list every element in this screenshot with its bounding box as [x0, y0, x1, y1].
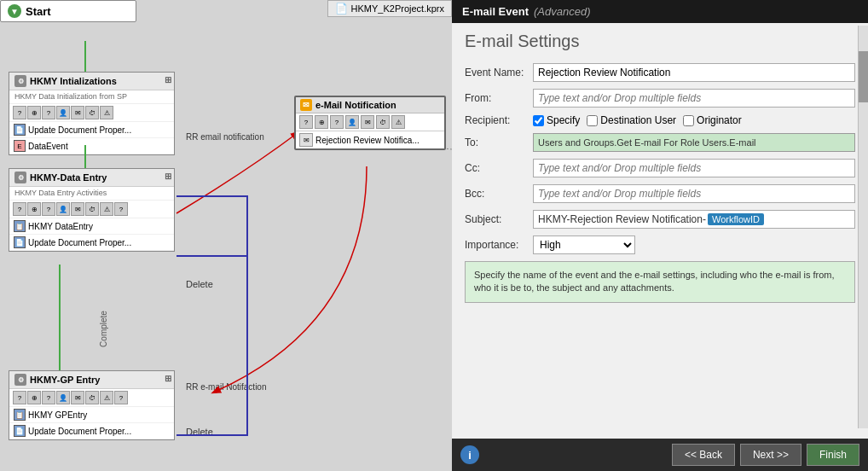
- right-panel-header: E-mail Event (Advanced): [452, 0, 868, 23]
- dtb5[interactable]: ✉: [71, 202, 84, 216]
- specify-checkbox-label[interactable]: Specify: [533, 114, 580, 126]
- delete-label-1: Delete: [186, 279, 213, 289]
- tb4[interactable]: 👤: [56, 106, 70, 119]
- dtb6[interactable]: ⏱: [85, 202, 99, 216]
- bcc-row: Bcc:: [465, 184, 855, 203]
- importance-label: Importance:: [465, 239, 533, 251]
- originator-checkbox[interactable]: [683, 115, 694, 126]
- bcc-label: Bcc:: [465, 188, 533, 200]
- action-hkmy-dataentry[interactable]: 📋 HKMY DataEntry: [9, 218, 174, 235]
- expand-icon: ⊞: [165, 75, 171, 84]
- gp-icon: 📋: [14, 409, 26, 421]
- etb2[interactable]: ⊕: [315, 115, 328, 129]
- tb2[interactable]: ⊕: [27, 106, 41, 119]
- etb5[interactable]: ✉: [361, 115, 374, 129]
- dtb4[interactable]: 👤: [56, 202, 70, 216]
- action-hkmy-gpentry[interactable]: 📋 HKMY GPEntry: [9, 407, 174, 423]
- event-name-label: Event Name:: [465, 67, 533, 78]
- gtb1[interactable]: ?: [13, 391, 26, 404]
- importance-container: High Normal Low: [533, 236, 635, 254]
- right-panel: E-mail Event (Advanced) E-mail Settings …: [452, 0, 868, 471]
- tb6[interactable]: ⏱: [85, 106, 99, 119]
- node-hkmy-init[interactable]: ⚙ HKMY Intializations ⊞ HKMY Data Initia…: [9, 72, 175, 155]
- email-icon: ✉: [300, 99, 312, 111]
- dtb7[interactable]: ⚠: [100, 202, 113, 216]
- popup-rejection-item[interactable]: ✉ Rejection Review Notifica...: [296, 131, 444, 148]
- email-notification-popup[interactable]: ✉ e-Mail Notification ? ⊕ ? 👤 ✉ ⏱ ⚠ ✉ Re…: [294, 96, 446, 150]
- info-box: Specify the name of the event and the e-…: [465, 261, 855, 303]
- etb3[interactable]: ?: [330, 115, 344, 129]
- event-name-input[interactable]: [533, 63, 855, 82]
- gear-icon-2: ⚙: [14, 172, 26, 183]
- node-hkmy-data-title: ⚙ HKMY-Data Entry ⊞: [9, 169, 174, 187]
- settings-title: E-mail Settings: [465, 32, 855, 51]
- recipient-row: Recipient: Specify Destination User Orig…: [465, 114, 855, 126]
- gear-icon: ⚙: [14, 75, 26, 87]
- bottom-nav: i << Back Next >> Finish: [452, 439, 868, 471]
- recipient-label: Recipient:: [465, 114, 533, 126]
- etb6[interactable]: ⏱: [376, 115, 390, 129]
- action-data-event[interactable]: E DataEvent: [9, 138, 174, 154]
- node-hkmy-data-subtitle: HKMY Data Entry Activities: [9, 187, 174, 201]
- gtb8[interactable]: ?: [114, 391, 128, 404]
- popup-header: ✉ e-Mail Notification: [296, 97, 444, 113]
- finish-button[interactable]: Finish: [807, 444, 859, 466]
- to-value[interactable]: Users and Groups.Get E-mail For Role Use…: [533, 133, 855, 152]
- tb5[interactable]: ✉: [71, 106, 84, 119]
- tb3[interactable]: ?: [42, 106, 55, 119]
- specify-checkbox[interactable]: [533, 115, 544, 126]
- originator-label[interactable]: Originator: [683, 114, 742, 126]
- from-row: From:: [465, 89, 855, 108]
- scroll-thumb[interactable]: [859, 51, 868, 102]
- etb1[interactable]: ?: [299, 115, 313, 129]
- dtb2[interactable]: ⊕: [27, 202, 41, 216]
- expand-icon-2: ⊞: [165, 172, 171, 181]
- node-hkmy-gp[interactable]: ⚙ HKMY-GP Entry ⊞ ? ⊕ ? 👤 ✉ ⏱ ⚠ ? 📋 HKMY…: [9, 370, 175, 440]
- start-label: Start: [26, 5, 51, 18]
- action-update-doc-prop-gp[interactable]: 📄 Update Document Proper...: [9, 423, 174, 439]
- destination-user-checkbox[interactable]: [587, 115, 598, 126]
- gtb3[interactable]: ?: [42, 391, 55, 404]
- destination-user-text: Destination User: [600, 114, 676, 126]
- start-node: ▼ Start: [0, 0, 136, 22]
- gtb6[interactable]: ⏱: [85, 391, 99, 404]
- doc-icon-2: 📄: [14, 236, 26, 248]
- importance-select[interactable]: High Normal Low: [533, 236, 635, 254]
- node-hkmy-data-toolbar: ? ⊕ ? 👤 ✉ ⏱ ⚠ ?: [9, 201, 174, 218]
- from-input[interactable]: [533, 89, 855, 108]
- to-label: To:: [465, 137, 533, 148]
- dtb1[interactable]: ?: [13, 202, 26, 216]
- rr-email-notification-label: RR email notification: [186, 132, 264, 142]
- etb7[interactable]: ⚠: [391, 115, 405, 129]
- destination-user-label[interactable]: Destination User: [587, 114, 676, 126]
- expand-icon-3: ⊞: [165, 374, 171, 383]
- gtb5[interactable]: ✉: [71, 391, 84, 404]
- action-update-doc-prop-init[interactable]: 📄 Update Document Proper...: [9, 122, 174, 138]
- node-hkmy-data[interactable]: ⚙ HKMY-Data Entry ⊞ HKMY Data Entry Acti…: [9, 168, 175, 252]
- node-hkmy-gp-title: ⚙ HKMY-GP Entry ⊞: [9, 371, 174, 389]
- dtb8[interactable]: ?: [114, 202, 128, 216]
- back-button[interactable]: << Back: [672, 444, 735, 466]
- node-hkmy-init-toolbar: ? ⊕ ? 👤 ✉ ⏱ ⚠: [9, 104, 174, 122]
- action-update-doc-prop-data[interactable]: 📄 Update Document Proper...: [9, 235, 174, 251]
- cc-input[interactable]: [533, 159, 855, 177]
- gtb2[interactable]: ⊕: [27, 391, 41, 404]
- subject-prefix: HKMY-Rejection Review Notification-: [538, 213, 706, 225]
- workflow-canvas: 📄 HKMY_K2Project.kprx ▼ Start ⚙ HKMY Int…: [0, 0, 452, 471]
- tb7[interactable]: ⚠: [100, 106, 113, 119]
- next-button[interactable]: Next >>: [740, 444, 801, 466]
- subject-container[interactable]: HKMY-Rejection Review Notification- Work…: [533, 210, 855, 229]
- scrollbar[interactable]: [858, 26, 868, 428]
- file-name: HKMY_K2Project.kprx: [351, 3, 444, 14]
- event-icon: E: [14, 140, 26, 152]
- popup-item-label: Rejection Review Notifica...: [315, 136, 420, 145]
- delete-label-2: Delete: [186, 427, 213, 437]
- bcc-input[interactable]: [533, 184, 855, 203]
- info-icon[interactable]: i: [460, 445, 479, 464]
- etb4[interactable]: 👤: [345, 115, 359, 129]
- gtb7[interactable]: ⚠: [100, 391, 113, 404]
- tb1[interactable]: ?: [13, 106, 26, 119]
- dtb3[interactable]: ?: [42, 202, 55, 216]
- node-hkmy-gp-toolbar: ? ⊕ ? 👤 ✉ ⏱ ⚠ ?: [9, 389, 174, 407]
- gtb4[interactable]: 👤: [56, 391, 70, 404]
